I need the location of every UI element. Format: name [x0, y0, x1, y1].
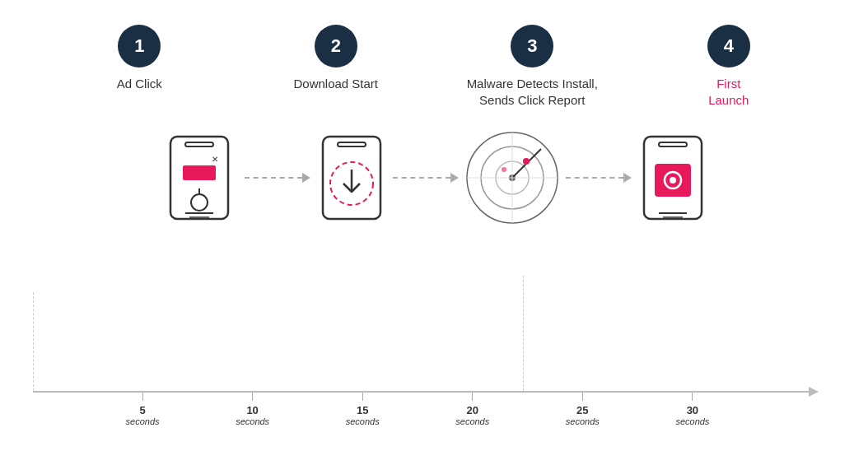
step-1-label: Ad Click: [117, 76, 162, 92]
svg-rect-22: [659, 142, 687, 146]
svg-rect-1: [185, 142, 213, 146]
phone-launch-svg: [632, 124, 714, 231]
radar-svg: [459, 124, 566, 231]
step-3-circle: 3: [511, 25, 553, 67]
tick-30-num: 30: [687, 404, 698, 416]
tick-20-num: 20: [467, 404, 478, 416]
step-3-number: 3: [527, 35, 537, 57]
step-4: 4 First Launch: [646, 25, 811, 108]
arrow-2: [393, 173, 459, 183]
tick-10-sec: seconds: [236, 416, 269, 426]
tick-5: 5 seconds: [126, 393, 160, 426]
svg-rect-2: [183, 165, 216, 180]
timeline-arrow: [809, 387, 819, 397]
tick-10-mark: [252, 393, 253, 401]
tick-25-num: 25: [576, 404, 588, 416]
svg-text:✕: ✕: [212, 155, 218, 164]
tick-30-mark: [692, 393, 693, 401]
phone-download-svg: [310, 124, 393, 231]
tick-10: 10 seconds: [236, 393, 269, 426]
step-4-number: 4: [724, 35, 734, 57]
svg-point-4: [191, 194, 208, 211]
step-4-circle: 4: [707, 25, 750, 67]
arrow-3: [566, 173, 632, 183]
tick-5-sec: seconds: [126, 416, 160, 426]
tick-25-mark: [582, 393, 583, 401]
step-2-number: 2: [331, 35, 341, 57]
step-4-label: First Launch: [708, 76, 749, 108]
tick-5-num: 5: [139, 404, 145, 416]
svg-point-25: [670, 177, 676, 184]
tick-5-mark: [142, 393, 143, 401]
tick-15-sec: seconds: [346, 416, 380, 426]
svg-point-17: [523, 158, 530, 165]
svg-point-18: [502, 167, 506, 172]
tick-25: 25 seconds: [566, 393, 600, 426]
timeline: 5 seconds 10 seconds 15 seconds 20 secon…: [25, 391, 843, 426]
tick-10-num: 10: [246, 404, 258, 416]
step-2: 2 Download Start: [254, 25, 418, 92]
tick-25-sec: seconds: [566, 416, 600, 426]
vline-20: [523, 276, 524, 391]
tick-20: 20 seconds: [455, 393, 489, 426]
timeline-ticks: 5 seconds 10 seconds 15 seconds 20 secon…: [33, 393, 835, 426]
tick-30-sec: seconds: [675, 416, 709, 426]
vline-0: [33, 292, 34, 391]
tick-15-mark: [362, 393, 363, 401]
arrow-1: [245, 173, 310, 183]
phone-launch-icon: [632, 124, 714, 231]
tick-15-num: 15: [357, 404, 368, 416]
svg-rect-9: [338, 142, 366, 146]
tick-20-mark: [472, 393, 473, 401]
tick-30: 30 seconds: [675, 393, 709, 426]
step-2-label: Download Start: [293, 76, 378, 92]
phone-download-icon: [310, 124, 393, 231]
step-1: 1 Ad Click: [57, 25, 222, 92]
step-1-number: 1: [134, 35, 144, 57]
icons-row: ✕: [25, 124, 843, 231]
diagram-container: 1 Ad Click 2 Download Start 3 Malware De…: [0, 0, 868, 451]
step-1-circle: 1: [118, 25, 161, 67]
step-3-label: Malware Detects Install,Sends Click Repo…: [467, 76, 598, 108]
phone-ad-icon: ✕: [154, 124, 245, 231]
step-3: 3 Malware Detects Install,Sends Click Re…: [450, 25, 614, 108]
phone-ad-svg: ✕: [154, 124, 245, 231]
tick-20-sec: seconds: [455, 416, 489, 426]
tick-15: 15 seconds: [346, 393, 380, 426]
radar-icon: [459, 124, 566, 231]
steps-row: 1 Ad Click 2 Download Start 3 Malware De…: [25, 25, 843, 108]
step-2-circle: 2: [315, 25, 357, 67]
